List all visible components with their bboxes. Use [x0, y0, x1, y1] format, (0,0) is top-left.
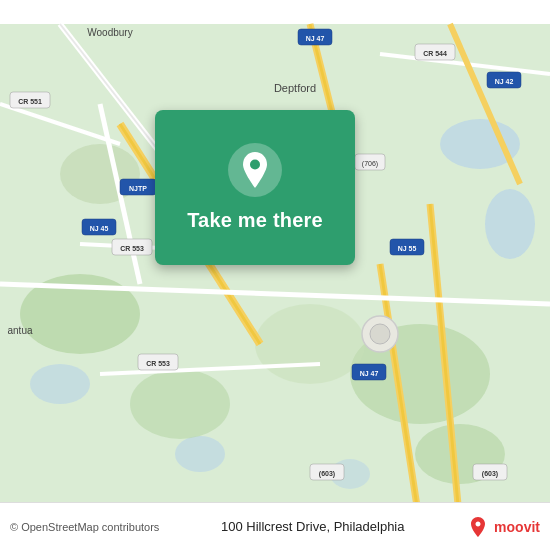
svg-text:NJ 45: NJ 45 — [90, 225, 109, 232]
moovit-icon — [466, 515, 490, 539]
moovit-text: moovit — [494, 519, 540, 535]
svg-text:CR 553: CR 553 — [146, 360, 170, 367]
svg-text:(706): (706) — [362, 160, 378, 168]
svg-point-11 — [255, 304, 365, 384]
svg-point-61 — [250, 160, 260, 170]
svg-text:NJ 42: NJ 42 — [495, 78, 514, 85]
map-container: CR 551 NJ 47 NJ 42 CR 544 NJTP NJ 45 CR … — [0, 0, 550, 550]
svg-text:CR 553: CR 553 — [120, 245, 144, 252]
svg-text:NJ 55: NJ 55 — [398, 245, 417, 252]
svg-point-5 — [175, 436, 225, 472]
svg-text:NJTP: NJTP — [129, 185, 147, 192]
svg-text:CR 551: CR 551 — [18, 98, 42, 105]
svg-point-60 — [370, 324, 390, 344]
svg-text:Woodbury: Woodbury — [87, 27, 132, 38]
map-background: CR 551 NJ 47 NJ 42 CR 544 NJTP NJ 45 CR … — [0, 0, 550, 550]
svg-point-4 — [30, 364, 90, 404]
svg-text:Deptford: Deptford — [274, 82, 316, 94]
location-icon-wrap — [228, 143, 282, 197]
svg-point-3 — [485, 189, 535, 259]
take-me-there-card[interactable]: Take me there — [155, 110, 355, 265]
svg-point-9 — [130, 369, 230, 439]
address-label: 100 Hillcrest Drive, Philadelphia — [159, 519, 466, 534]
svg-text:(603): (603) — [319, 470, 335, 478]
location-pin-icon — [239, 152, 271, 188]
svg-text:CR 544: CR 544 — [423, 50, 447, 57]
moovit-logo: moovit — [466, 515, 540, 539]
map-attribution: © OpenStreetMap contributors — [10, 521, 159, 533]
svg-text:antua: antua — [7, 325, 32, 336]
take-me-there-label: Take me there — [187, 209, 323, 232]
svg-text:(603): (603) — [482, 470, 498, 478]
bottom-bar: © OpenStreetMap contributors 100 Hillcre… — [0, 502, 550, 550]
svg-text:NJ 47: NJ 47 — [360, 370, 379, 377]
svg-text:NJ 47: NJ 47 — [306, 35, 325, 42]
